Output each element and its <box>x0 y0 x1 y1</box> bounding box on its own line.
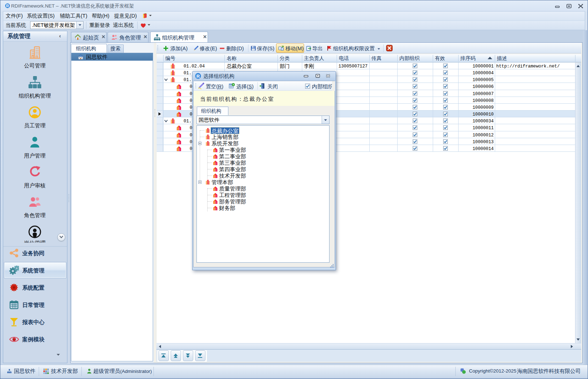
svg-text:R: R <box>6 4 9 8</box>
svg-text:R: R <box>196 74 200 79</box>
